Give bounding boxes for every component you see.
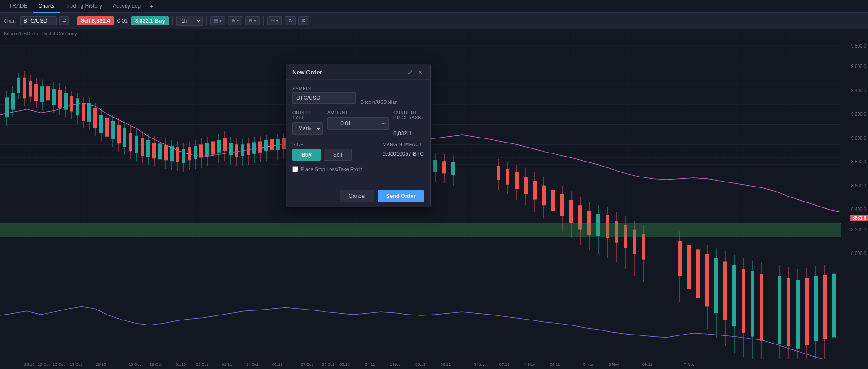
nav-item-charts[interactable]: Charts bbox=[33, 0, 60, 13]
svg-rect-51 bbox=[76, 98, 79, 115]
settings-button[interactable]: ⚙ bbox=[298, 16, 309, 25]
svg-rect-73 bbox=[141, 138, 144, 156]
nav-item-trade[interactable]: TRADE bbox=[4, 0, 33, 13]
svg-rect-177 bbox=[569, 200, 573, 223]
stop-loss-checkbox[interactable] bbox=[292, 166, 298, 172]
symbol-field[interactable] bbox=[292, 92, 356, 104]
svg-rect-71 bbox=[135, 136, 138, 153]
svg-rect-205 bbox=[723, 261, 727, 320]
toolbar-separator-3 bbox=[263, 16, 264, 25]
svg-rect-119 bbox=[276, 139, 280, 150]
order-params-row: Order Type Market Limit Stop Amount — + … bbox=[292, 110, 424, 137]
time-label: 3 Nov bbox=[474, 362, 485, 367]
maximize-button[interactable]: ⤢ bbox=[406, 69, 415, 76]
svg-rect-221 bbox=[805, 278, 809, 345]
time-label: 08.11 bbox=[550, 362, 560, 367]
svg-rect-115 bbox=[264, 140, 268, 151]
svg-rect-207 bbox=[732, 265, 736, 326]
modal-close-button[interactable]: × bbox=[417, 69, 424, 76]
time-label: 18 Oct bbox=[129, 362, 141, 367]
svg-rect-223 bbox=[814, 276, 818, 341]
svg-rect-225 bbox=[823, 275, 827, 339]
time-label: 28.10 bbox=[24, 362, 35, 367]
modal-header: New Order ⤢ × bbox=[286, 64, 430, 80]
crosshair-icon: ⊕ ▾ bbox=[231, 18, 239, 24]
pencil-icon: ✏ ▾ bbox=[271, 18, 279, 24]
svg-rect-213 bbox=[760, 274, 763, 341]
svg-rect-175 bbox=[560, 194, 564, 216]
svg-rect-167 bbox=[524, 177, 528, 194]
candle-icon: ▤ ▾ bbox=[213, 18, 222, 24]
time-label: 02.11 bbox=[272, 362, 283, 367]
order-type-select[interactable]: Market Limit Stop bbox=[292, 122, 323, 135]
buy-price-button[interactable]: 8,832.1 Buy bbox=[131, 16, 169, 25]
time-label: 19 Oct bbox=[150, 362, 162, 367]
candle-type-button[interactable]: ▤ ▾ bbox=[210, 16, 225, 25]
svg-rect-65 bbox=[117, 125, 121, 144]
amount-label: Amount bbox=[327, 110, 389, 115]
amount-increase-button[interactable]: + bbox=[378, 118, 388, 129]
current-price-axis-label: 8831.6 bbox=[850, 215, 868, 221]
svg-rect-121 bbox=[282, 138, 286, 149]
sell-side-button[interactable]: Sell bbox=[324, 149, 352, 161]
price-label-9800: 9,800.0 bbox=[851, 44, 866, 49]
svg-rect-111 bbox=[252, 142, 256, 153]
top-nav: TRADE Charts Trading History Activity Lo… bbox=[0, 0, 868, 13]
symbol-name-display: Bitcoin/USDollar bbox=[360, 99, 397, 105]
nav-item-activity-log[interactable]: Activity Log bbox=[107, 0, 146, 13]
crosshair-button[interactable]: ⊕ ▾ bbox=[228, 16, 242, 25]
svg-rect-101 bbox=[223, 138, 227, 151]
svg-rect-53 bbox=[82, 103, 85, 121]
price-label-8800: 8,800.0 bbox=[851, 159, 866, 164]
time-label: 29.10 bbox=[96, 362, 106, 367]
price-axis: 9,800.0 9,600.0 9,400.0 9,200.0 9,000.0 … bbox=[841, 29, 868, 369]
amount-input[interactable] bbox=[328, 118, 364, 129]
sell-price-button[interactable]: Sell 8,831.4 bbox=[77, 16, 114, 25]
indicator-button[interactable]: ⚗ bbox=[285, 16, 296, 25]
svg-rect-201 bbox=[705, 254, 709, 306]
new-order-modal: New Order ⤢ × Symbol Bitcoin/USDollar Or… bbox=[286, 64, 431, 207]
svg-rect-77 bbox=[152, 143, 156, 158]
stop-loss-row: Place Stop Loss/Take Profit bbox=[292, 166, 424, 172]
svg-rect-41 bbox=[46, 86, 50, 100]
timeframe-select[interactable]: 1h 1m 5m 15m 30m 4h 1d bbox=[176, 16, 203, 26]
time-label: 22 Oct bbox=[196, 362, 208, 367]
time-label: 03.11 bbox=[339, 362, 350, 367]
svg-rect-105 bbox=[235, 144, 238, 157]
buy-side-button[interactable]: Buy bbox=[292, 149, 321, 161]
time-label: 1 Nov bbox=[390, 362, 401, 367]
modal-title: New Order bbox=[292, 69, 322, 76]
svg-rect-39 bbox=[40, 86, 44, 102]
zoom-button[interactable]: ⊖ ▾ bbox=[245, 16, 260, 25]
svg-rect-87 bbox=[182, 149, 185, 163]
flask-icon: ⚗ bbox=[288, 18, 292, 24]
stop-loss-label: Place Stop Loss/Take Profit bbox=[301, 167, 362, 172]
send-order-button[interactable]: Send Order bbox=[378, 190, 424, 202]
draw-button[interactable]: ✏ ▾ bbox=[267, 16, 282, 25]
time-label: 13 Oct bbox=[53, 362, 65, 367]
cancel-button[interactable]: Cancel bbox=[340, 190, 374, 202]
price-label-8000: 8,000.0 bbox=[851, 251, 866, 256]
amount-decrease-button[interactable]: — bbox=[364, 118, 378, 129]
time-label: 24 Oct bbox=[246, 362, 258, 367]
add-tab-button[interactable]: + bbox=[146, 1, 157, 12]
svg-rect-43 bbox=[52, 89, 56, 105]
green-band bbox=[0, 223, 841, 237]
amount-control: — + bbox=[327, 117, 389, 130]
order-type-group: Order Type Market Limit Stop bbox=[292, 110, 323, 137]
swap-button[interactable]: ⇄ bbox=[59, 16, 69, 25]
margin-label: Margin Impact bbox=[383, 142, 424, 147]
time-label: 06.11 bbox=[441, 362, 451, 367]
svg-rect-75 bbox=[146, 140, 150, 157]
time-label: 05.11 bbox=[415, 362, 426, 367]
nav-item-trading-history[interactable]: Trading History bbox=[60, 0, 107, 13]
price-label-8200: 8,200.0 bbox=[851, 227, 866, 232]
price-label-9400: 9,400.0 bbox=[851, 88, 866, 93]
svg-rect-85 bbox=[176, 147, 179, 162]
svg-rect-63 bbox=[111, 121, 115, 139]
svg-rect-109 bbox=[247, 143, 250, 155]
svg-rect-81 bbox=[164, 145, 168, 160]
toolbar-separator-2 bbox=[206, 16, 207, 25]
current-price-group: Current Price (Ask) 8,832.1 bbox=[393, 110, 424, 137]
symbol-input[interactable] bbox=[20, 16, 57, 25]
